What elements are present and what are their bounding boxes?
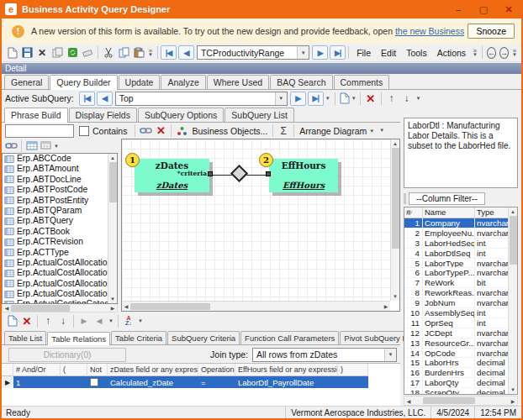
tab-subquery-criteria[interactable]: SubQuery Criteria xyxy=(167,331,240,344)
subquery-overflow-button[interactable]: ▼ xyxy=(325,97,330,101)
table-list-item[interactable]: Erp.ActualCostAllocationHe... xyxy=(3,268,108,278)
next-record-button[interactable]: ▶ xyxy=(312,45,328,60)
cut-button[interactable] xyxy=(101,45,116,60)
menu-tools[interactable]: Tools xyxy=(401,48,432,58)
col-type[interactable]: Type xyxy=(475,207,508,218)
chevron-down-icon[interactable]: ▼ xyxy=(369,129,374,134)
delete-button[interactable]: ✕ xyxy=(34,45,50,60)
subquery-first-button[interactable]: |◀ xyxy=(79,92,95,106)
table-list-item[interactable]: Erp.ABTAmount xyxy=(3,164,108,174)
minimize-button[interactable]: – xyxy=(449,3,468,16)
field-row[interactable]: 13 ResourceGr... nvarchar xyxy=(404,339,508,349)
fields-vertical-scrollbar[interactable]: ▲ ▼ xyxy=(508,207,517,394)
col-name[interactable]: Name xyxy=(423,207,475,218)
indent-button[interactable]: ▶ xyxy=(77,313,92,328)
scroll-left-icon[interactable]: ◀ xyxy=(122,303,130,309)
connector-port[interactable] xyxy=(266,171,271,176)
table-list-item[interactable]: Erp.ACTRevision xyxy=(3,237,108,247)
menu-file[interactable]: File xyxy=(351,48,376,58)
cell-right-field[interactable]: LaborDtl_PayrollDate xyxy=(235,376,338,388)
scroll-down-icon[interactable]: ▼ xyxy=(509,386,517,394)
table-options-button[interactable]: ▼ xyxy=(40,139,60,154)
duplicate-button[interactable] xyxy=(50,45,65,60)
navigate-back-button[interactable]: ← xyxy=(487,47,496,59)
cell-paren-open[interactable] xyxy=(61,376,87,388)
field-row[interactable]: 18 ScrapQty decimal xyxy=(404,388,508,394)
table-list-item[interactable]: Erp.ActualCostingCategory xyxy=(3,299,108,303)
join-type-combo[interactable]: All rows from zDates ▼ xyxy=(252,348,397,362)
show-tables-button[interactable] xyxy=(24,139,40,154)
scroll-left-icon[interactable]: ◀ xyxy=(404,398,413,404)
table-list-item[interactable]: Erp.ABTQuery xyxy=(3,216,108,226)
add-relation-button[interactable] xyxy=(138,123,153,139)
diagram-node-zdates[interactable]: zDates *criteria zDates xyxy=(135,159,209,192)
diagram-horizontal-scrollbar[interactable]: ◀ ▶ xyxy=(122,301,390,311)
diagram-vertical-scrollbar[interactable]: ▲ ▼ xyxy=(390,139,399,301)
remove-table-button[interactable]: ✕ xyxy=(153,123,168,139)
close-button[interactable]: ✕ xyxy=(499,3,518,16)
refresh-button[interactable] xyxy=(65,45,80,60)
scroll-down-icon[interactable]: ▼ xyxy=(108,295,117,303)
cell-operation[interactable]: = xyxy=(198,376,235,388)
field-row[interactable]: 17 LaborQty decimal xyxy=(404,378,508,388)
col-left-field[interactable]: zDates field or any expression xyxy=(108,364,198,376)
tab-analyze[interactable]: Analyze xyxy=(161,75,205,89)
table-list-item[interactable]: Erp.ActualCostAllocationLine xyxy=(3,279,108,289)
cell-and-or[interactable]: 1 xyxy=(13,376,61,388)
diagram-canvas[interactable]: 1 zDates *criteria zDates 2 EffHours Eff… xyxy=(122,139,390,301)
scroll-down-icon[interactable]: ▼ xyxy=(391,292,399,301)
table-list-item[interactable]: Erp.ActualCostAllocationLin... xyxy=(3,289,108,299)
tab-subquery-list[interactable]: SubQuery List xyxy=(225,108,294,122)
fields-horizontal-scrollbar[interactable]: ◀ ▶ xyxy=(404,396,518,406)
new-relation-button[interactable] xyxy=(4,313,19,328)
column-filter-button[interactable]: --Column Filter-- xyxy=(409,192,485,205)
new-button[interactable] xyxy=(4,45,19,60)
maximize-button[interactable]: ▢ xyxy=(474,3,493,16)
snooze-button[interactable]: Snooze xyxy=(468,24,515,39)
menu-overflow-button[interactable]: »▼ xyxy=(473,49,478,57)
scroll-up-icon[interactable]: ▲ xyxy=(509,207,517,216)
last-record-button[interactable]: ▶| xyxy=(330,45,346,60)
scrollbar-thumb[interactable] xyxy=(109,162,117,202)
table-list-item[interactable]: Erp.ABCCode xyxy=(3,154,108,164)
tab-phrase-build[interactable]: Phrase Build xyxy=(4,108,68,123)
link-table-button[interactable] xyxy=(3,139,18,154)
contains-checkbox[interactable] xyxy=(79,126,89,136)
tab-function-call-parameters[interactable]: Function Call Parameters xyxy=(240,331,339,344)
subquery-combo[interactable]: Top ▼ xyxy=(115,92,288,106)
previous-record-button[interactable]: ◀ xyxy=(178,45,194,60)
arrange-diagram-button[interactable]: Arrange Diagram xyxy=(299,126,367,136)
scroll-right-icon[interactable]: ▶ xyxy=(382,303,390,309)
tab-general[interactable]: General xyxy=(4,75,49,89)
scroll-right-icon[interactable]: ▶ xyxy=(509,398,517,404)
cell-not[interactable] xyxy=(87,376,108,388)
move-up-button[interactable]: ↑ xyxy=(384,91,399,106)
tab-display-fields[interactable]: Display Fields xyxy=(69,108,137,122)
menu-actions[interactable]: Actions xyxy=(432,48,471,58)
first-record-button[interactable]: |◀ xyxy=(161,45,177,60)
navigate-forward-button[interactable]: → xyxy=(499,47,509,59)
table-list-item[interactable]: Erp.ABTDocLine xyxy=(3,175,108,185)
node-link-field[interactable]: EffHours xyxy=(269,181,338,190)
tab-baq-search[interactable]: BAQ Search xyxy=(270,75,332,89)
scroll-left-icon[interactable]: ◀ xyxy=(3,305,11,311)
connector-port[interactable] xyxy=(208,171,213,176)
subquery-last-button[interactable]: ▶| xyxy=(308,92,324,106)
field-row[interactable]: 10 AssemblySeq int xyxy=(404,308,508,318)
table-list-item[interactable]: Erp.ACTBook xyxy=(3,227,108,237)
col-operation[interactable]: Operation xyxy=(198,364,235,376)
tab-comments[interactable]: Comments xyxy=(334,75,390,89)
move-down-button[interactable]: ↓ xyxy=(399,91,415,106)
join-diamond-icon[interactable] xyxy=(230,165,248,182)
col-paren-open[interactable]: ( xyxy=(61,364,87,376)
sort-az-button[interactable]: AZ↓ xyxy=(121,313,136,328)
subquery-previous-button[interactable]: ◀ xyxy=(97,92,113,106)
not-checkbox[interactable] xyxy=(90,378,98,386)
table-list-item[interactable]: Erp.ACTType xyxy=(3,248,108,258)
table-list-item[interactable]: Erp.ABTPostEntity xyxy=(3,196,108,206)
field-row[interactable]: 7 ReWork bit xyxy=(404,278,508,288)
clear-button[interactable] xyxy=(80,45,95,60)
field-row[interactable]: 11 OprSeq int xyxy=(404,318,508,328)
dictionary-button[interactable]: Dictionary(0) xyxy=(8,348,126,362)
table-list-horizontal-scrollbar[interactable]: ◀ ▶ xyxy=(2,304,118,312)
